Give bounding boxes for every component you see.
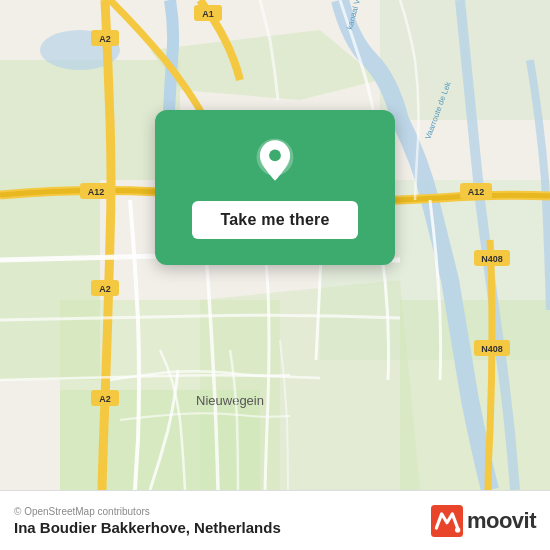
svg-text:N408: N408	[481, 254, 503, 264]
footer-info: © OpenStreetMap contributors Ina Boudier…	[14, 506, 281, 536]
svg-text:A12: A12	[468, 187, 485, 197]
svg-text:N408: N408	[481, 344, 503, 354]
svg-text:A1: A1	[202, 9, 214, 19]
location-name: Ina Boudier Bakkerhove, Netherlands	[14, 519, 281, 536]
location-pin-icon	[249, 137, 301, 189]
svg-text:A2: A2	[99, 394, 111, 404]
moovit-logo-icon	[431, 505, 463, 537]
footer-bar: © OpenStreetMap contributors Ina Boudier…	[0, 490, 550, 550]
svg-point-34	[269, 149, 281, 161]
svg-text:A12: A12	[88, 187, 105, 197]
take-me-there-button[interactable]: Take me there	[192, 201, 357, 239]
copyright-text: © OpenStreetMap contributors	[14, 506, 281, 517]
moovit-text: moovit	[467, 508, 536, 534]
svg-text:A2: A2	[99, 34, 111, 44]
svg-rect-1	[0, 60, 180, 180]
svg-text:Nieuwegein: Nieuwegein	[196, 393, 264, 408]
moovit-logo: moovit	[431, 505, 536, 537]
svg-point-36	[455, 527, 460, 532]
map-container: A12 A12 A12 A2 A2 A2 A1 N408 N408	[0, 0, 550, 490]
svg-text:A2: A2	[99, 284, 111, 294]
location-card[interactable]: Take me there	[155, 110, 395, 265]
